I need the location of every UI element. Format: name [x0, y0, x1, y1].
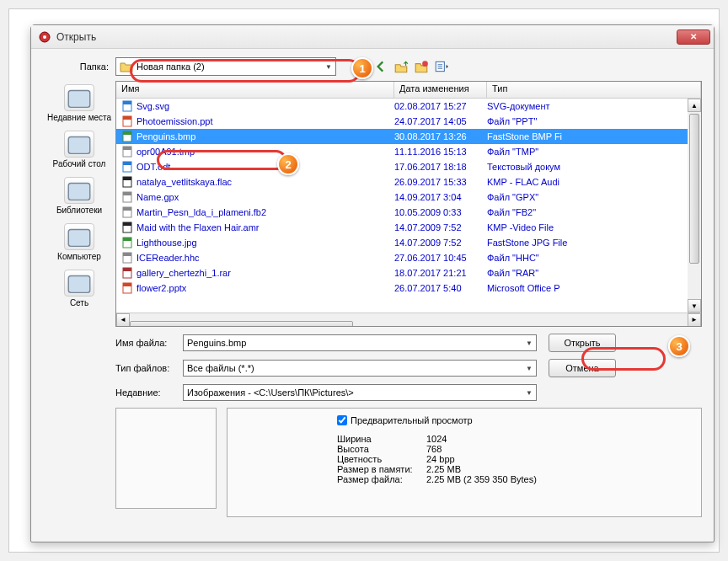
- place-label: Компьютер: [57, 252, 101, 261]
- svg-rect-7: [68, 230, 90, 247]
- file-list-body[interactable]: Svg.svg02.08.2017 15:27SVG-документPhoto…: [116, 99, 701, 313]
- preview-thumbnail: [115, 408, 217, 509]
- col-date[interactable]: Дата изменения: [394, 82, 487, 98]
- filename-value: Penguins.bmp: [187, 338, 246, 348]
- preview-checkbox-label: Предварительный просмотр: [351, 415, 473, 425]
- file-name: Name.gpx: [136, 192, 179, 202]
- col-type[interactable]: Тип: [487, 82, 701, 98]
- file-name: flower2.pptx: [136, 283, 186, 293]
- file-type: FastStone JPG File: [487, 238, 701, 248]
- scroll-right-icon[interactable]: ►: [688, 313, 701, 327]
- file-name: ODT.odt: [136, 162, 170, 172]
- viewmenu-icon[interactable]: [434, 59, 449, 74]
- back-icon[interactable]: [373, 59, 388, 74]
- file-date: 10.05.2009 0:33: [394, 207, 487, 217]
- chevron-down-icon: ▼: [526, 389, 533, 397]
- svg-rect-8: [68, 276, 90, 293]
- file-row[interactable]: Svg.svg02.08.2017 15:27SVG-документ: [116, 99, 701, 114]
- scroll-thumb[interactable]: [689, 114, 699, 264]
- place-item[interactable]: Компьютер: [46, 220, 113, 264]
- close-button[interactable]: ✕: [677, 29, 710, 45]
- place-label: Сеть: [70, 298, 88, 307]
- folder-label: Папка:: [43, 61, 115, 72]
- file-type: KMP - FLAC Audi: [487, 177, 701, 187]
- v-scrollbar[interactable]: ▲ ▼: [688, 99, 701, 313]
- window-title: Открыть: [56, 31, 677, 43]
- file-date: 14.07.2009 7:52: [394, 238, 487, 248]
- file-row[interactable]: ODT.odt17.06.2017 18:18Текстовый докум: [116, 159, 701, 174]
- open-button[interactable]: Открыть: [549, 334, 616, 352]
- svg-rect-6: [68, 184, 90, 200]
- file-row[interactable]: Name.gpx14.09.2017 3:04Файл "GPX": [116, 190, 701, 205]
- file-name: gallery_chertezhi_1.rar: [136, 268, 231, 278]
- file-list-header: Имя Дата изменения Тип: [116, 82, 701, 99]
- col-name[interactable]: Имя: [116, 82, 394, 98]
- place-icon: [64, 84, 94, 111]
- recent-row: Недавние: Изображения - <C:\Users\ПК\Pic…: [115, 384, 702, 401]
- file-icon: [121, 267, 133, 279]
- file-date: 17.06.2017 18:18: [394, 162, 487, 172]
- recent-label: Недавние:: [115, 387, 183, 398]
- file-type: Microsoft Office P: [487, 283, 701, 293]
- file-row[interactable]: Penguins.bmp30.08.2017 13:26FastStone BM…: [116, 129, 701, 144]
- newfolder-icon[interactable]: [414, 59, 429, 74]
- file-type: Файл "TMP": [487, 147, 701, 157]
- folder-dropdown[interactable]: Новая папка (2) ▼: [115, 57, 336, 76]
- scroll-thumb[interactable]: [130, 321, 353, 328]
- file-type: Файл "RAR": [487, 268, 701, 278]
- filename-label: Имя файла:: [115, 338, 183, 348]
- preview-checkbox-input[interactable]: [337, 415, 347, 425]
- file-row[interactable]: flower2.pptx26.07.2017 5:40Microsoft Off…: [116, 280, 701, 296]
- file-row[interactable]: natalya_vetlitskaya.flac26.09.2017 15:33…: [116, 174, 701, 190]
- svg-rect-26: [123, 222, 131, 226]
- preview-info: Предварительный просмотр Ширина1024Высот…: [227, 408, 702, 517]
- file-name: Maid with the Flaxen Hair.amr: [136, 222, 260, 232]
- file-date: 26.07.2017 5:40: [394, 283, 487, 293]
- recent-dropdown[interactable]: Изображения - <C:\Users\ПК\Pictures\> ▼: [183, 384, 537, 401]
- filename-input[interactable]: Penguins.bmp ▼: [183, 334, 537, 351]
- up-icon[interactable]: [393, 59, 409, 74]
- file-name: opr00A91.tmp: [136, 147, 195, 157]
- place-label: Библиотеки: [56, 206, 102, 215]
- outer-frame: Открыть ✕ Папка: Новая папка (2) ▼ Недав…: [8, 8, 720, 553]
- scroll-down-icon[interactable]: ▼: [688, 299, 701, 313]
- file-name: natalya_vetlitskaya.flac: [136, 177, 232, 187]
- property-key: Размер файла:: [337, 474, 426, 484]
- h-scrollbar[interactable]: ◄ ►: [116, 313, 701, 326]
- file-list: Имя Дата изменения Тип Svg.svg02.08.2017…: [115, 81, 702, 327]
- preview-checkbox[interactable]: Предварительный просмотр: [234, 415, 694, 425]
- file-row[interactable]: Martin_Pesn_lda_i_plameni.fb210.05.2009 …: [116, 205, 701, 220]
- scroll-left-icon[interactable]: ◄: [116, 313, 130, 327]
- file-date: 14.07.2009 7:52: [394, 222, 487, 232]
- chevron-down-icon: ▼: [526, 365, 533, 372]
- cancel-button[interactable]: Отмена: [549, 359, 616, 377]
- place-label: Рабочий стол: [53, 159, 106, 168]
- annotation-badge-1: 1: [351, 57, 373, 79]
- svg-rect-34: [123, 283, 131, 286]
- bottom-panel: Имя файла: Penguins.bmp ▼ Открыть Тип фа…: [43, 334, 702, 517]
- place-item[interactable]: Недавние места: [46, 81, 113, 126]
- folder-toolbar: [373, 59, 449, 74]
- svg-point-1: [43, 35, 46, 39]
- file-row[interactable]: opr00A91.tmp11.11.2016 15:13Файл "TMP": [116, 144, 701, 159]
- file-icon: [121, 176, 133, 188]
- filetype-value: Все файлы (*.*): [187, 363, 254, 373]
- scroll-up-icon[interactable]: ▲: [688, 99, 701, 112]
- place-item[interactable]: Сеть: [46, 266, 113, 311]
- place-item[interactable]: Библиотеки: [46, 174, 113, 218]
- file-date: 18.07.2017 21:21: [394, 268, 487, 278]
- file-row[interactable]: Lighthouse.jpg14.07.2009 7:52FastStone J…: [116, 235, 701, 250]
- file-type: KMP -Video File: [487, 222, 701, 232]
- property-row: Размер файла:2.25 MB (2 359 350 Bytes): [337, 474, 694, 484]
- file-row[interactable]: Photoemission.ppt24.07.2017 14:05Файл "P…: [116, 114, 701, 129]
- file-row[interactable]: Maid with the Flaxen Hair.amr14.07.2009 …: [116, 220, 701, 235]
- main-area: Недавние местаРабочий столБиблиотекиКомп…: [43, 81, 702, 327]
- place-item[interactable]: Рабочий стол: [46, 127, 113, 172]
- file-row[interactable]: gallery_chertezhi_1.rar18.07.2017 21:21Ф…: [116, 265, 701, 280]
- svg-rect-22: [123, 192, 131, 195]
- file-row[interactable]: ICEReader.hhc27.06.2017 10:45Файл "HHC": [116, 250, 701, 265]
- filetype-dropdown[interactable]: Все файлы (*.*) ▼: [183, 360, 537, 377]
- place-icon: [64, 177, 94, 204]
- file-type: Файл "GPX": [487, 192, 701, 202]
- file-date: 11.11.2016 15:13: [394, 147, 487, 157]
